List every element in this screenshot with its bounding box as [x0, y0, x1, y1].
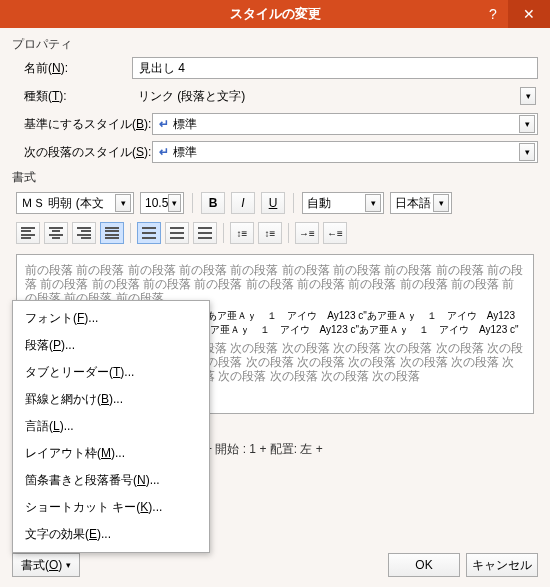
popup-language[interactable]: 言語(L)...	[13, 413, 209, 440]
italic-button[interactable]: I	[231, 192, 255, 214]
font-dropdown[interactable]: ＭＳ 明朝 (本文 ▾	[16, 192, 134, 214]
close-button[interactable]: ✕	[508, 0, 550, 28]
help-button[interactable]: ?	[478, 0, 508, 28]
format-popup-menu: フォント(F)... 段落(P)... タブとリーダー(T)... 罫線と網かけ…	[12, 300, 210, 553]
base-label: 基準にするスタイル(B):	[24, 116, 152, 133]
size-dropdown[interactable]: 10.5 ▾	[140, 192, 184, 214]
preview-prev: 前の段落 前の段落 前の段落 前の段落 前の段落 前の段落 前の段落 前の段落 …	[25, 263, 525, 305]
underline-button[interactable]: U	[261, 192, 285, 214]
format-group-label: 書式	[12, 169, 538, 186]
popup-frame[interactable]: レイアウト枠(M)...	[13, 440, 209, 467]
chevron-down-icon: ▾	[433, 194, 449, 212]
base-style-dropdown[interactable]: ↵標準 ▾	[152, 113, 538, 135]
chevron-down-icon: ▾	[519, 115, 535, 133]
align-justify-button[interactable]	[100, 222, 124, 244]
popup-paragraph[interactable]: 段落(P)...	[13, 332, 209, 359]
align-center-button[interactable]	[44, 222, 68, 244]
type-dropdown[interactable]: リンク (段落と文字) ▾	[132, 85, 538, 107]
line-spacing-1-5-button[interactable]	[165, 222, 189, 244]
indent-decrease-button[interactable]: ←≡	[323, 222, 347, 244]
paragraph-mark-icon: ↵	[159, 117, 169, 131]
line-spacing-1-button[interactable]	[137, 222, 161, 244]
next-style-dropdown[interactable]: ↵標準 ▾	[152, 141, 538, 163]
popup-texteffects[interactable]: 文字の効果(E)...	[13, 521, 209, 548]
chevron-down-icon: ▾	[115, 194, 131, 212]
language-dropdown[interactable]: 日本語 ▾	[390, 192, 452, 214]
name-input[interactable]	[132, 57, 538, 79]
titlebar-title: スタイルの変更	[230, 5, 321, 23]
bold-button[interactable]: B	[201, 192, 225, 214]
popup-shortcut[interactable]: ショートカット キー(K)...	[13, 494, 209, 521]
name-label: 名前(N):	[24, 60, 132, 77]
popup-border[interactable]: 罫線と網かけ(B)...	[13, 386, 209, 413]
chevron-down-icon: ▾	[365, 194, 381, 212]
color-dropdown[interactable]: 自動 ▾	[302, 192, 384, 214]
space-before-decrease-button[interactable]: ↕≡	[258, 222, 282, 244]
space-before-increase-button[interactable]: ↕≡	[230, 222, 254, 244]
indent-increase-button[interactable]: →≡	[295, 222, 319, 244]
format-menu-button[interactable]: 書式(O)▾	[12, 553, 80, 577]
properties-group-label: プロパティ	[12, 36, 538, 53]
popup-font[interactable]: フォント(F)...	[13, 305, 209, 332]
chevron-down-icon: ▾	[168, 194, 181, 212]
ok-button[interactable]: OK	[388, 553, 460, 577]
titlebar: スタイルの変更 ? ✕	[0, 0, 550, 28]
chevron-down-icon: ▾	[519, 143, 535, 161]
cancel-button[interactable]: キャンセル	[466, 553, 538, 577]
align-right-button[interactable]	[72, 222, 96, 244]
type-label: 種類(T):	[24, 88, 132, 105]
paragraph-mark-icon: ↵	[159, 145, 169, 159]
chevron-down-icon: ▾	[520, 87, 536, 105]
popup-numbering[interactable]: 箇条書きと段落番号(N)...	[13, 467, 209, 494]
line-spacing-2-button[interactable]	[193, 222, 217, 244]
next-label: 次の段落のスタイル(S):	[24, 144, 152, 161]
dialog-body: プロパティ 名前(N): 種類(T): リンク (段落と文字) ▾ 基準にするス…	[0, 28, 550, 587]
type-value: リンク (段落と文字)	[138, 88, 245, 105]
popup-tabs[interactable]: タブとリーダー(T)...	[13, 359, 209, 386]
align-left-button[interactable]	[16, 222, 40, 244]
